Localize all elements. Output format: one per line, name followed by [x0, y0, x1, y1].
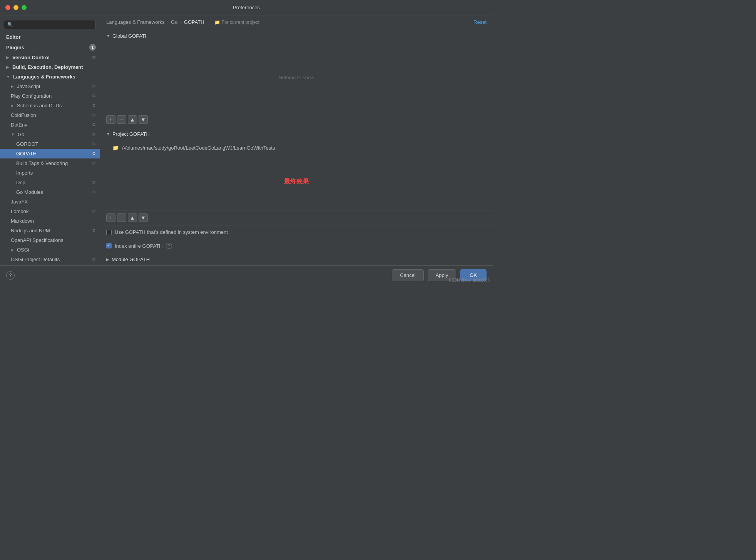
main-layout: 🔍 Editor Plugins 1 ▶ Version Co — [0, 15, 493, 265]
sidebar-item-javafx[interactable]: JavaFX — [0, 197, 100, 207]
window-title: Preferences — [233, 5, 260, 10]
index-gopath-label: Index entire GOPATH — [115, 243, 163, 249]
breadcrumb-sep-1: › — [167, 19, 169, 25]
settings-icon: ⚙ — [92, 84, 96, 89]
project-gopath-body: 📁 /Volumes/mac/study/goRoot/LeetCodeGoLa… — [100, 141, 493, 210]
badge: 1 — [89, 44, 96, 51]
close-button[interactable] — [5, 5, 10, 10]
search-box[interactable]: 🔍 — [4, 20, 96, 29]
use-gopath-env-label: Use GOPATH that's defined in system envi… — [115, 229, 228, 235]
sidebar-item-build-tags[interactable]: Build Tags & Vendoring ⚙ — [0, 158, 100, 168]
reset-button[interactable]: Reset — [473, 19, 487, 25]
settings-icon: ⚙ — [92, 132, 96, 137]
move-up-button[interactable]: ▲ — [128, 115, 137, 124]
add-path-button[interactable]: + — [106, 213, 115, 222]
use-gopath-env-row: Use GOPATH that's defined in system envi… — [100, 225, 493, 239]
section-title: Global GOPATH — [112, 33, 149, 39]
sidebar-item-dotenv[interactable]: DotEnv ⚙ — [0, 120, 100, 130]
expand-arrow-icon: ▶ — [11, 248, 14, 252]
sidebar-item-version-control[interactable]: ▶ Version Control ⚙ — [0, 53, 100, 62]
sidebar-item-label: Editor — [6, 34, 21, 40]
folder-icon: 📁 — [112, 145, 119, 151]
sidebar-item-label: GOROOT — [16, 141, 38, 147]
sidebar-item-editor[interactable]: Editor — [0, 32, 100, 42]
remove-path-button[interactable]: − — [117, 115, 126, 124]
breadcrumb-sep-2: › — [180, 19, 181, 25]
search-input[interactable] — [15, 22, 92, 27]
settings-icon: ⚙ — [92, 113, 96, 118]
global-gopath-toolbar: + − ▲ ▼ — [100, 112, 493, 127]
sidebar-item-label: Markdown — [11, 218, 34, 224]
sidebar-item-osgi-defaults[interactable]: OSGi Project Defaults ⚙ — [0, 255, 100, 264]
settings-icon: ⚙ — [92, 142, 96, 147]
path-row: 📁 /Volumes/mac/study/goRoot/LeetCodeGoLa… — [106, 141, 487, 155]
sidebar-item-label: Version Control — [12, 55, 50, 60]
sidebar-item-javascript[interactable]: ▶ JavaScript ⚙ — [0, 82, 100, 91]
sidebar-item-nodejs[interactable]: Node.js and NPM ⚙ — [0, 226, 100, 235]
sidebar-item-label: Dep — [16, 180, 25, 185]
sidebar-item-label: OpenAPI Specifications — [11, 237, 64, 243]
module-gopath-section: ▶ Module GOPATH — [100, 253, 493, 265]
project-gopath-section: ▼ Project GOPATH 📁 /Volumes/mac/study/go… — [100, 127, 493, 225]
sidebar-item-label: JavaFX — [11, 199, 28, 205]
settings-icon: ⚙ — [92, 55, 96, 60]
sidebar-item-build-execution[interactable]: ▶ Build, Execution, Deployment — [0, 62, 100, 72]
cancel-button[interactable]: Cancel — [392, 269, 423, 281]
global-gopath-section: ▼ Global GOPATH Nothing to show + − ▲ ▼ — [100, 29, 493, 127]
sidebar-item-label: JavaScript — [17, 83, 40, 89]
sidebar-item-dep[interactable]: Dep ⚙ — [0, 178, 100, 187]
sidebar-item-languages-frameworks[interactable]: ▼ Languages & Frameworks — [0, 72, 100, 82]
sidebar-item-label: Play Configuration — [11, 93, 52, 99]
settings-icon: ⚙ — [92, 93, 96, 98]
sidebar-item-go-modules[interactable]: Go Modules ⚙ — [0, 187, 100, 197]
sidebar-item-markdown[interactable]: Markdown — [0, 216, 100, 226]
breadcrumb-languages: Languages & Frameworks — [106, 19, 165, 25]
sidebar-item-schemas-dtds[interactable]: ▶ Schemas and DTDs ⚙ — [0, 101, 100, 110]
sidebar-item-reactive-streams[interactable]: Reactive Streams ⚙ — [0, 264, 100, 265]
section-title: Project GOPATH — [112, 131, 150, 137]
project-label-text: For current project — [222, 20, 259, 25]
help-button[interactable]: ? — [6, 271, 15, 280]
sidebar-item-openapi[interactable]: OpenAPI Specifications — [0, 235, 100, 245]
sidebar-item-imports[interactable]: Imports — [0, 168, 100, 178]
expand-arrow-icon: ▼ — [11, 132, 15, 137]
move-down-button[interactable]: ▼ — [139, 213, 148, 222]
move-up-button[interactable]: ▲ — [128, 213, 137, 222]
use-gopath-env-checkbox[interactable] — [106, 230, 112, 235]
sidebar-item-goroot[interactable]: GOROOT ⚙ — [0, 139, 100, 149]
sidebar-item-label: Imports — [16, 170, 33, 176]
sidebar-item-label: Schemas and DTDs — [17, 103, 62, 108]
sidebar-item-osgi[interactable]: ▶ OSGi — [0, 245, 100, 255]
watermark: CSDN @sky_geek2008 — [449, 278, 490, 282]
expand-arrow-icon: ▶ — [6, 55, 9, 60]
module-gopath-header[interactable]: ▶ Module GOPATH — [100, 253, 493, 265]
remove-path-button[interactable]: − — [117, 213, 126, 222]
bottom-bar: ? Cancel Apply OK — [0, 265, 493, 285]
expand-arrow-icon: ▶ — [106, 257, 109, 262]
settings-icon: ⚙ — [92, 151, 96, 156]
global-gopath-header[interactable]: ▼ Global GOPATH — [100, 29, 493, 43]
settings-icon: ⚙ — [92, 190, 96, 195]
sidebar-item-coldfusion[interactable]: ColdFusion ⚙ — [0, 110, 100, 120]
sidebar-item-label: OSGi — [17, 247, 29, 253]
sidebar-item-label: Build Tags & Vendoring — [16, 160, 68, 166]
project-gopath-header[interactable]: ▼ Project GOPATH — [100, 127, 493, 141]
breadcrumb: Languages & Frameworks › Go › GOPATH 📁 F… — [106, 19, 259, 25]
move-down-button[interactable]: ▼ — [139, 115, 148, 124]
sidebar-item-label: GOPATH — [16, 151, 37, 157]
help-icon[interactable]: ? — [166, 243, 172, 249]
sidebar-item-lombok[interactable]: Lombok ⚙ — [0, 207, 100, 216]
sidebar-item-plugins[interactable]: Plugins 1 — [0, 42, 100, 53]
index-gopath-checkbox[interactable] — [106, 243, 112, 248]
add-path-button[interactable]: + — [106, 115, 115, 124]
minimize-button[interactable] — [13, 5, 18, 10]
expand-arrow-icon: ▶ — [11, 103, 14, 108]
sidebar-item-gopath[interactable]: GOPATH ⚙ — [0, 149, 100, 158]
maximize-button[interactable] — [22, 5, 27, 10]
sidebar-item-play-configuration[interactable]: Play Configuration ⚙ — [0, 91, 100, 101]
settings-icon: ⚙ — [92, 180, 96, 185]
settings-icon: ⚙ — [92, 257, 96, 262]
sidebar-item-label: Go — [18, 132, 24, 137]
global-gopath-body: Nothing to show — [100, 43, 493, 112]
sidebar-item-go[interactable]: ▼ Go ⚙ — [0, 130, 100, 139]
